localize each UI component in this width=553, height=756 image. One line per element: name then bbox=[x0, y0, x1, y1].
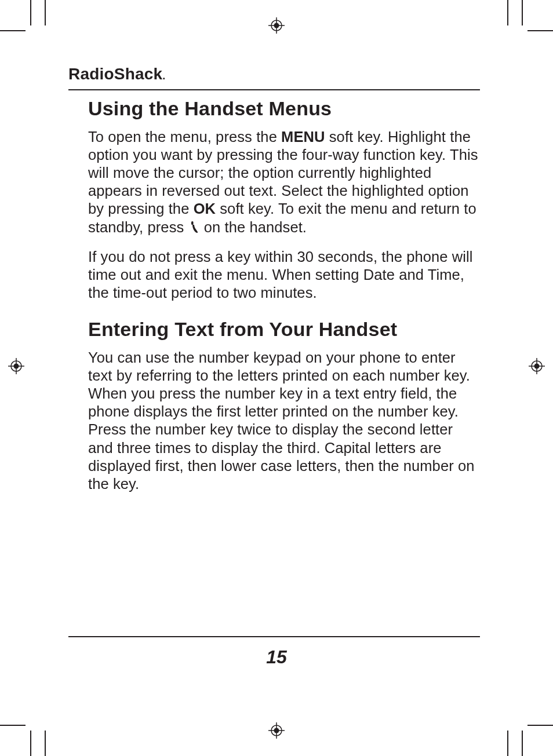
brand-dot: . bbox=[162, 70, 165, 82]
section-heading: Using the Handset Menus bbox=[88, 97, 480, 120]
ok-key-label: OK bbox=[194, 200, 216, 217]
body-paragraph: If you do not press a key within 30 seco… bbox=[88, 248, 480, 302]
svg-rect-16 bbox=[191, 221, 194, 225]
crop-mark bbox=[30, 731, 31, 756]
brand-text: RadioShack bbox=[68, 65, 162, 83]
registration-mark-icon bbox=[8, 358, 24, 374]
crop-mark bbox=[522, 0, 523, 25]
crop-mark bbox=[30, 0, 31, 25]
horizontal-rule bbox=[68, 636, 480, 637]
crop-mark bbox=[0, 725, 26, 726]
crop-mark bbox=[507, 0, 508, 25]
brand-logo: RadioShack. bbox=[68, 65, 165, 83]
crop-mark bbox=[0, 30, 26, 31]
registration-mark-icon bbox=[268, 722, 285, 739]
text: on the handset. bbox=[200, 219, 307, 235]
menu-key-label: MENU bbox=[281, 129, 325, 145]
crop-mark bbox=[507, 731, 508, 756]
body-paragraph: To open the menu, press the MENU soft ke… bbox=[88, 128, 480, 238]
horizontal-rule bbox=[68, 89, 480, 90]
end-call-icon bbox=[190, 220, 199, 238]
text: To open the menu, press the bbox=[88, 129, 281, 145]
registration-mark-icon bbox=[268, 17, 285, 34]
body-paragraph: You can use the number keypad on your ph… bbox=[88, 349, 480, 493]
page-number: 15 bbox=[0, 647, 553, 668]
crop-mark bbox=[527, 725, 553, 726]
registration-mark-icon bbox=[529, 358, 545, 374]
crop-mark bbox=[45, 0, 46, 25]
page: RadioShack. Using the Handset Menus To o… bbox=[0, 0, 553, 756]
crop-mark bbox=[522, 731, 523, 756]
crop-mark bbox=[527, 30, 553, 31]
section-heading: Entering Text from Your Handset bbox=[88, 318, 480, 341]
crop-mark bbox=[45, 731, 46, 756]
content-area: Using the Handset Menus To open the menu… bbox=[88, 97, 480, 503]
